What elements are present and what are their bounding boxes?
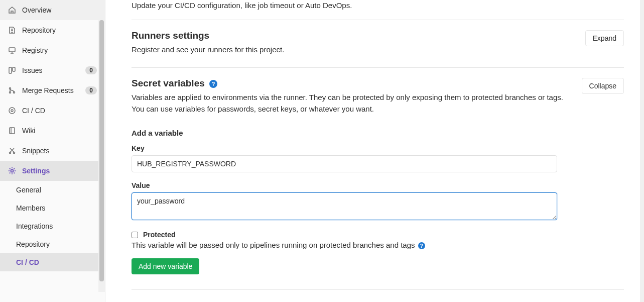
sidebar-item-label: Settings	[22, 167, 97, 175]
protected-help-text: This variable will be passed only to pip…	[132, 241, 415, 249]
key-input[interactable]	[132, 155, 557, 172]
sidebar-item-overview[interactable]: Overview	[0, 0, 105, 20]
sidebar-item-settings[interactable]: Settings	[0, 161, 105, 181]
sidebar-sub-members[interactable]: Members	[16, 199, 105, 217]
collapse-button[interactable]: Collapse	[582, 78, 624, 94]
svg-rect-8	[10, 128, 15, 134]
sidebar-sub-label: Repository	[16, 240, 99, 248]
sidebar-item-wiki[interactable]: Wiki	[0, 121, 105, 141]
sidebar-sub-cicd[interactable]: CI / CD	[0, 253, 105, 271]
book-icon	[8, 127, 16, 135]
merge-requests-badge: 0	[85, 86, 97, 94]
sidebar-item-label: Overview	[22, 6, 97, 14]
protected-help: This variable will be passed only to pip…	[132, 241, 624, 249]
svg-rect-0	[9, 48, 15, 52]
home-icon	[8, 6, 16, 14]
key-label: Key	[132, 144, 624, 152]
section-desc-1: Variables are applied to environments vi…	[132, 92, 572, 104]
svg-rect-1	[9, 67, 12, 73]
sidebar-item-merge-requests[interactable]: Merge Requests 0	[0, 80, 105, 100]
section-title: Runners settings	[132, 30, 575, 41]
help-icon[interactable]: ?	[418, 242, 425, 249]
section-desc: Register and see your runners for this p…	[132, 44, 575, 56]
help-icon[interactable]: ?	[209, 80, 217, 88]
svg-point-7	[11, 110, 13, 112]
svg-point-11	[11, 170, 14, 172]
section-runners: Runners settings Register and see your r…	[132, 20, 624, 68]
sidebar-sub-label: Members	[16, 204, 99, 212]
merge-icon	[8, 86, 16, 94]
sidebar-item-repository[interactable]: Repository	[0, 20, 105, 40]
content-scrollbar[interactable]	[640, 0, 644, 302]
issues-badge: 0	[85, 66, 97, 74]
content: Update your CI/CD configuration, like jo…	[105, 0, 644, 302]
sidebar-item-cicd[interactable]: CI / CD	[0, 100, 105, 121]
expand-button[interactable]: Expand	[585, 30, 624, 46]
section-desc: Update your CI/CD configuration, like jo…	[132, 0, 614, 12]
sidebar-sub-repository[interactable]: Repository	[16, 235, 105, 253]
sidebar-item-registry[interactable]: Registry	[0, 40, 105, 60]
sidebar-scrollbar[interactable]	[98, 0, 105, 292]
sidebar-item-label: Merge Requests	[22, 86, 85, 94]
sidebar-item-issues[interactable]: Issues 0	[0, 60, 105, 80]
svg-point-4	[10, 92, 11, 93]
section-secret-variables: Secret variables ? Variables are applied…	[132, 68, 624, 302]
section-general-pipelines: Update your CI/CD configuration, like jo…	[132, 0, 624, 20]
add-variable-button[interactable]: Add new variable	[132, 258, 199, 274]
sidebar-sub-general[interactable]: General	[16, 181, 105, 199]
key-group: Key	[132, 144, 624, 172]
sidebar-sub-label: CI / CD	[16, 258, 99, 266]
gear-icon	[8, 167, 16, 175]
section-desc-2: You can use variables for passwords, sec…	[132, 104, 572, 115]
sidebar-item-label: Registry	[22, 46, 97, 54]
issues-icon	[8, 66, 16, 74]
sidebar-sub-label: General	[16, 186, 99, 194]
sidebar-item-label: Repository	[22, 26, 97, 34]
sidebar-item-label: Issues	[22, 66, 85, 74]
value-label: Value	[132, 181, 624, 189]
section-title: Secret variables ?	[132, 78, 572, 89]
sidebar-item-snippets[interactable]: Snippets	[0, 141, 105, 161]
svg-point-3	[10, 88, 11, 89]
protected-row: Protected	[132, 231, 624, 239]
section-title-text: Secret variables	[132, 78, 205, 88]
sidebar-item-label: CI / CD	[22, 107, 97, 115]
doc-icon	[8, 26, 16, 34]
sidebar-sub-label: Integrations	[16, 222, 99, 230]
sidebar-submenu: General Members Integrations Repository …	[0, 181, 105, 271]
svg-point-6	[9, 108, 15, 114]
protected-checkbox[interactable]	[132, 232, 138, 238]
protected-label: Protected	[143, 231, 176, 239]
rocket-icon	[8, 107, 16, 115]
sidebar-scrollbar-thumb[interactable]	[99, 20, 104, 281]
snippets-icon	[8, 147, 16, 155]
value-input[interactable]	[132, 192, 557, 220]
svg-point-5	[14, 92, 15, 93]
add-variable-form: Add a variable Key Value Protected This …	[132, 129, 624, 302]
screen-icon	[8, 46, 16, 54]
sidebar-item-label: Snippets	[22, 147, 97, 155]
sidebar-sub-integrations[interactable]: Integrations	[16, 217, 105, 235]
sidebar-item-label: Wiki	[22, 127, 97, 135]
value-group: Value	[132, 181, 624, 222]
form-heading: Add a variable	[132, 129, 624, 137]
svg-rect-2	[13, 67, 15, 71]
sidebar: Overview Repository Registry Issues 0	[0, 0, 105, 302]
